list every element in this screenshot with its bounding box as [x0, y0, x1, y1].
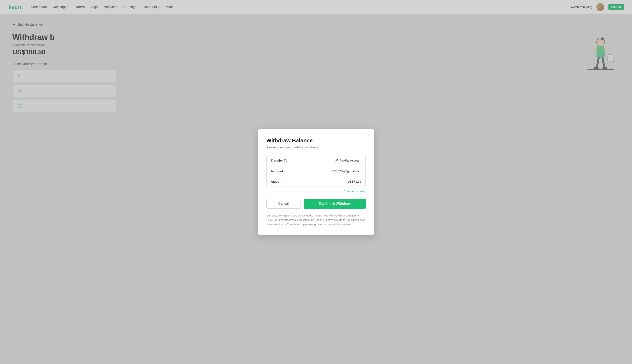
amount-row: Amount US$73.76 — [266, 176, 366, 186]
change-currency-link[interactable]: Change currency — [266, 190, 366, 193]
transfer-to-label: Transfer To — [271, 159, 300, 162]
modal-overlay[interactable]: × Withdraw Balance Please review your wi… — [0, 0, 632, 364]
amount-label: Amount — [271, 180, 300, 183]
modal-action-buttons: Cancel Confirm & Withdraw — [266, 199, 366, 209]
transfer-to-value: P PayPal Account — [336, 158, 361, 162]
account-value: d********o@gmail.com — [331, 170, 361, 173]
transfer-to-row: Transfer To P PayPal Account — [266, 155, 366, 166]
account-email: d********o@gmail.com — [331, 170, 361, 173]
modal-subtitle: Please review your withdrawal details. — [266, 146, 366, 149]
modal-close-button[interactable]: × — [367, 133, 370, 138]
account-label: Account — [271, 170, 300, 173]
cancel-button[interactable]: Cancel — [266, 199, 300, 209]
account-row: Account d********o@gmail.com — [266, 166, 366, 176]
paypal-icon-modal: P — [336, 158, 338, 162]
amount-value: US$73.76 — [348, 180, 361, 183]
withdraw-modal: × Withdraw Balance Please review your wi… — [258, 129, 374, 235]
transfer-to-text: PayPal Account — [340, 159, 361, 162]
modal-title: Withdraw Balance — [266, 138, 366, 144]
withdrawal-details-box: Transfer To P PayPal Account Account d**… — [266, 155, 366, 187]
confirm-withdraw-button[interactable]: Confirm & Withdraw — [304, 199, 366, 209]
disclaimer-text: Currency conversion fees are included. P… — [266, 214, 366, 226]
amount-text: US$73.76 — [348, 180, 361, 183]
